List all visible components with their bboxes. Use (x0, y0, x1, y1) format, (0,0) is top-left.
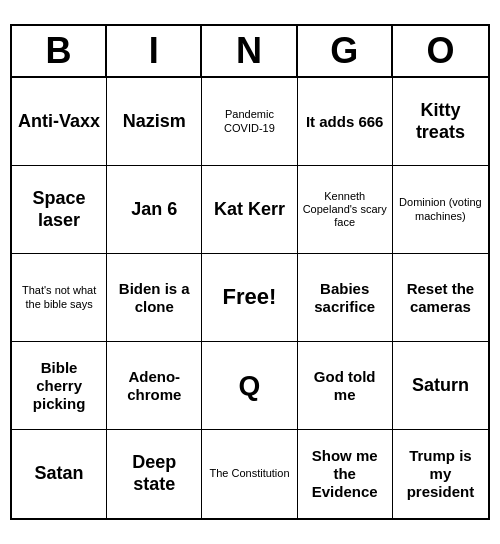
bingo-cell-8: Kenneth Copeland's scary face (298, 166, 393, 254)
bingo-cell-18: God told me (298, 342, 393, 430)
bingo-cell-4: Kitty treats (393, 78, 488, 166)
bingo-cell-9: Dominion (voting machines) (393, 166, 488, 254)
bingo-cell-1: Nazism (107, 78, 202, 166)
bingo-cell-2: Pandemic COVID-19 (202, 78, 297, 166)
bingo-cell-22: The Constitution (202, 430, 297, 518)
header-letter-g: G (298, 26, 393, 76)
bingo-cell-17: Q (202, 342, 297, 430)
bingo-cell-11: Biden is a clone (107, 254, 202, 342)
bingo-cell-16: Adeno-chrome (107, 342, 202, 430)
bingo-cell-19: Saturn (393, 342, 488, 430)
bingo-card: BINGO Anti-VaxxNazismPandemic COVID-19It… (10, 24, 490, 520)
header-letter-n: N (202, 26, 297, 76)
header-letter-b: B (12, 26, 107, 76)
bingo-cell-24: Trump is my president (393, 430, 488, 518)
bingo-cell-12: Free! (202, 254, 297, 342)
bingo-cell-13: Babies sacrifice (298, 254, 393, 342)
bingo-header: BINGO (12, 26, 488, 78)
bingo-cell-14: Reset the cameras (393, 254, 488, 342)
bingo-grid: Anti-VaxxNazismPandemic COVID-19It adds … (12, 78, 488, 518)
header-letter-o: O (393, 26, 488, 76)
bingo-cell-5: Space laser (12, 166, 107, 254)
bingo-cell-23: Show me the Evidence (298, 430, 393, 518)
bingo-cell-15: Bible cherry picking (12, 342, 107, 430)
bingo-cell-10: That's not what the bible says (12, 254, 107, 342)
bingo-cell-0: Anti-Vaxx (12, 78, 107, 166)
bingo-cell-20: Satan (12, 430, 107, 518)
bingo-cell-21: Deep state (107, 430, 202, 518)
bingo-cell-3: It adds 666 (298, 78, 393, 166)
header-letter-i: I (107, 26, 202, 76)
bingo-cell-6: Jan 6 (107, 166, 202, 254)
bingo-cell-7: Kat Kerr (202, 166, 297, 254)
